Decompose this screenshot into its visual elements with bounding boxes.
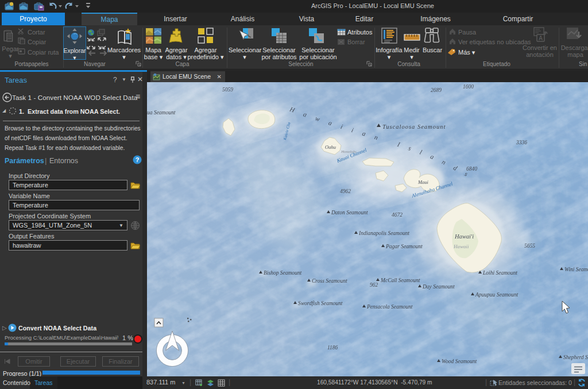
svg-text:Apuupuu Seamount: Apuupuu Seamount bbox=[475, 292, 519, 298]
svg-text:Swordfish Seamount: Swordfish Seamount bbox=[298, 301, 343, 306]
svg-text:4962: 4962 bbox=[340, 188, 351, 194]
svg-text:Day Seamount: Day Seamount bbox=[422, 284, 455, 290]
svg-text:5655: 5655 bbox=[524, 243, 535, 249]
svg-text:6840: 6840 bbox=[466, 166, 477, 172]
svg-text:2689: 2689 bbox=[431, 87, 442, 93]
svg-text:Indianapolis Seamount: Indianapolis Seamount bbox=[358, 230, 409, 236]
svg-text:962: 962 bbox=[370, 282, 378, 288]
svg-text:Loihi Seamount: Loihi Seamount bbox=[482, 270, 517, 276]
svg-text:4672: 4672 bbox=[392, 212, 403, 218]
svg-text:Shepherd S: Shepherd S bbox=[563, 355, 588, 360]
svg-text:McCall Seamount: McCall Seamount bbox=[380, 278, 420, 283]
svg-text:ua Seamount: ua Seamount bbox=[147, 110, 176, 115]
svg-text:A: A bbox=[539, 35, 543, 41]
svg-text:1186: 1186 bbox=[327, 345, 338, 351]
svg-text:Pagar Seamount: Pagar Seamount bbox=[385, 244, 423, 249]
svg-text:?: ? bbox=[136, 156, 140, 163]
svg-text:5059: 5059 bbox=[222, 87, 233, 93]
svg-text:Wood Seamount: Wood Seamount bbox=[442, 359, 477, 364]
svg-text:Cross Seamount: Cross Seamount bbox=[312, 278, 347, 284]
svg-text:Hawaii: Hawaii bbox=[453, 244, 469, 249]
svg-text:Hawai'i: Hawai'i bbox=[454, 233, 474, 240]
svg-text:Daton Seamount: Daton Seamount bbox=[331, 210, 368, 215]
svg-text:Tuscaloosa Seamount: Tuscaloosa Seamount bbox=[382, 124, 446, 130]
svg-text:Oahu: Oahu bbox=[325, 144, 336, 150]
svg-text:3336: 3336 bbox=[516, 140, 527, 145]
svg-text:Pensacola Seamount: Pensacola Seamount bbox=[366, 304, 413, 310]
svg-text:1600: 1600 bbox=[463, 84, 474, 90]
svg-text:Bishop Seamount: Bishop Seamount bbox=[264, 270, 302, 276]
svg-text:Maui: Maui bbox=[417, 179, 429, 185]
svg-text:Honolulu: Honolulu bbox=[341, 149, 357, 154]
svg-text:Wini Seamo: Wini Seamo bbox=[564, 267, 588, 272]
